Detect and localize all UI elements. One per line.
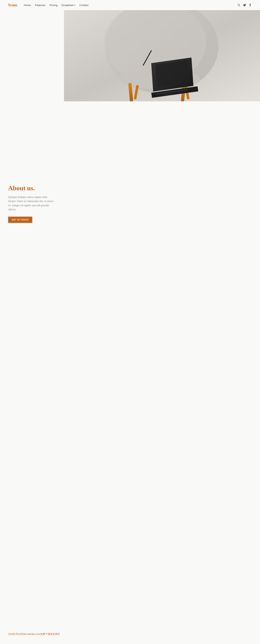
brand-logo[interactable]: Scout. xyxy=(8,3,18,7)
search-icon[interactable] xyxy=(237,4,240,7)
nav-home[interactable]: Home xyxy=(24,4,31,7)
hero-section xyxy=(0,10,260,101)
nav-links: Home Features Pricing Dropdown ▾ Contact xyxy=(24,4,237,7)
chevron-down-icon: ▾ xyxy=(74,4,75,6)
spacer-1 xyxy=(0,101,260,172)
about-description: Quisque tristique varius sapien vitae te… xyxy=(8,195,56,212)
content-spacer xyxy=(0,239,260,624)
svg-line-1 xyxy=(239,6,240,6)
navbar: Scout. Home Features Pricing Dropdown ▾ … xyxy=(0,0,260,10)
twitter-icon[interactable] xyxy=(243,4,246,7)
nav-icons xyxy=(237,4,252,7)
hero-left-panel xyxy=(0,10,64,101)
about-title: About us. xyxy=(8,184,56,192)
get-in-touch-button[interactable]: GET IN TOUCH xyxy=(8,217,32,223)
nav-features[interactable]: Features xyxy=(35,4,45,7)
nav-contact[interactable]: Contact xyxy=(79,4,89,7)
hero-image xyxy=(64,10,260,101)
footer-watermark: 访问此号社区bbs.xienlao.com免费下载更多网页 xyxy=(8,632,60,636)
facebook-icon[interactable] xyxy=(249,4,252,7)
nav-dropdown[interactable]: Dropdown ▾ xyxy=(62,4,75,7)
about-section: About us. Quisque tristique varius sapie… xyxy=(0,172,64,239)
hero-right-panel xyxy=(64,10,260,101)
nav-pricing[interactable]: Pricing xyxy=(50,4,58,7)
